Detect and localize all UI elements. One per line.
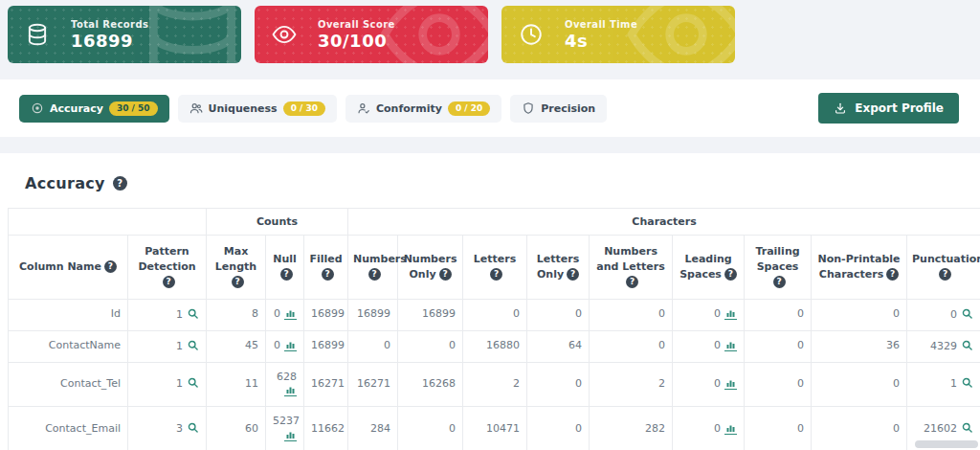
user-check-icon xyxy=(357,101,370,115)
help-icon[interactable]: ? xyxy=(113,176,127,191)
column-group-row: CountsCharacters xyxy=(9,209,980,236)
horizontal-scrollbar-thumb[interactable] xyxy=(915,440,978,448)
value-cell: 0 xyxy=(266,330,304,362)
value-cell: 0 xyxy=(745,330,812,362)
value-cell: 0 xyxy=(745,362,812,407)
magnifier-icon[interactable] xyxy=(187,339,199,351)
tab-label: Accuracy xyxy=(50,102,103,115)
help-icon[interactable]: ? xyxy=(439,268,452,281)
magnifier-icon[interactable] xyxy=(187,376,199,389)
cell-value: 11 xyxy=(245,377,258,390)
tab-accuracy[interactable]: Accuracy 30 / 50 xyxy=(19,95,169,123)
value-cell: 11662 xyxy=(304,407,348,450)
tab-precision[interactable]: Precision xyxy=(510,95,607,123)
tab-uniqueness[interactable]: Uniqueness 0 / 30 xyxy=(178,95,337,123)
value-cell: 0 xyxy=(812,362,907,407)
cell-value: 0 xyxy=(797,422,804,435)
help-icon[interactable]: ? xyxy=(939,268,951,281)
value-cell: 0 xyxy=(745,407,812,450)
value-cell: 10471 xyxy=(463,407,527,450)
value-cell: 11 xyxy=(207,362,266,407)
cell-value: 5237 xyxy=(273,415,300,427)
table-row: Contact_Email360523711662284010471028200… xyxy=(9,407,980,450)
bar-chart-icon[interactable] xyxy=(284,339,297,351)
value-cell: 0 xyxy=(463,299,527,330)
cell-value: 1 xyxy=(176,377,183,390)
help-icon[interactable]: ? xyxy=(724,268,737,281)
help-icon[interactable]: ? xyxy=(567,268,579,281)
column-header: Trailing Spaces? xyxy=(745,236,812,300)
cell-value: 8 xyxy=(252,307,258,320)
column-header: Non-Printable Characters? xyxy=(812,236,907,300)
help-icon[interactable]: ? xyxy=(886,268,899,281)
bar-chart-icon[interactable] xyxy=(724,339,737,351)
card-value: 4s xyxy=(565,31,637,51)
magnifier-icon[interactable] xyxy=(961,421,973,434)
help-icon[interactable]: ? xyxy=(626,276,638,288)
value-cell: 0 xyxy=(673,330,745,362)
cell-value: 0 xyxy=(797,307,804,320)
value-cell: 0 xyxy=(398,407,463,450)
cell-value: 0 xyxy=(513,307,520,320)
accuracy-table: CountsCharacters Column Name?Pattern Det… xyxy=(8,208,980,450)
value-cell: 16899 xyxy=(348,299,398,330)
help-icon[interactable]: ? xyxy=(322,268,334,281)
tab-conformity[interactable]: Conformity 0 / 20 xyxy=(345,95,501,123)
cell-value: 628 xyxy=(277,371,297,383)
card-value: 30/100 xyxy=(318,31,395,51)
export-profile-button[interactable]: Export Profile xyxy=(818,93,959,124)
help-icon[interactable]: ? xyxy=(773,276,786,288)
cell-value: 0 xyxy=(714,377,721,390)
cell-value: 1 xyxy=(176,308,183,321)
value-cell: 282 xyxy=(590,407,673,450)
table-row: Id1801689916899168990000000 xyxy=(9,299,980,330)
value-cell: 0 xyxy=(266,299,304,330)
cell-value: 1 xyxy=(176,340,183,352)
value-cell: 0 xyxy=(673,299,745,330)
cell-value: 0 xyxy=(384,339,390,351)
value-cell: 1 xyxy=(128,362,207,407)
cell-value: 0 xyxy=(950,308,957,321)
help-icon[interactable]: ? xyxy=(490,268,502,281)
column-header-label: Null xyxy=(273,253,297,265)
tab-badge: 0 / 20 xyxy=(448,101,490,116)
help-icon[interactable]: ? xyxy=(163,276,175,288)
tab-label: Uniqueness xyxy=(209,102,278,115)
cell-value: Contact_Email xyxy=(45,422,121,435)
column-header-label: Column Name xyxy=(19,260,101,273)
bar-chart-icon[interactable] xyxy=(724,307,737,320)
database-icon xyxy=(25,22,50,47)
bar-chart-icon[interactable] xyxy=(724,422,737,435)
overall-score-card: Overall Score 30/100 xyxy=(255,6,488,63)
value-cell: 16880 xyxy=(463,330,527,362)
bar-chart-icon[interactable] xyxy=(284,429,297,441)
value-cell: 1 xyxy=(128,299,207,330)
bar-chart-icon[interactable] xyxy=(724,377,737,390)
magnifier-icon[interactable] xyxy=(187,307,199,320)
value-cell: 0 xyxy=(673,407,745,450)
column-header-label: Letters xyxy=(474,253,516,265)
magnifier-icon[interactable] xyxy=(961,339,973,351)
value-cell: 1 xyxy=(128,330,207,362)
bar-chart-icon[interactable] xyxy=(284,384,297,396)
cell-value: 16271 xyxy=(357,377,390,390)
cell-value: 3 xyxy=(176,422,183,435)
cell-value: 0 xyxy=(274,339,280,351)
help-icon[interactable]: ? xyxy=(368,268,381,281)
column-group-header xyxy=(9,209,207,236)
help-icon[interactable]: ? xyxy=(104,260,117,273)
magnifier-icon[interactable] xyxy=(187,421,199,434)
cell-value: 0 xyxy=(658,339,665,351)
column-header: Numbers Only? xyxy=(398,236,463,300)
magnifier-icon[interactable] xyxy=(961,307,973,320)
magnifier-icon[interactable] xyxy=(961,376,973,389)
bar-chart-icon[interactable] xyxy=(284,307,297,320)
column-name-cell: Contact_Tel xyxy=(9,362,128,407)
cell-value: 60 xyxy=(245,422,258,435)
cell-value: 282 xyxy=(645,422,665,435)
help-icon[interactable]: ? xyxy=(280,268,293,281)
help-icon[interactable]: ? xyxy=(232,276,244,288)
value-cell: 16899 xyxy=(304,330,348,362)
cell-value: 0 xyxy=(449,339,456,351)
cell-value: 0 xyxy=(575,377,582,390)
